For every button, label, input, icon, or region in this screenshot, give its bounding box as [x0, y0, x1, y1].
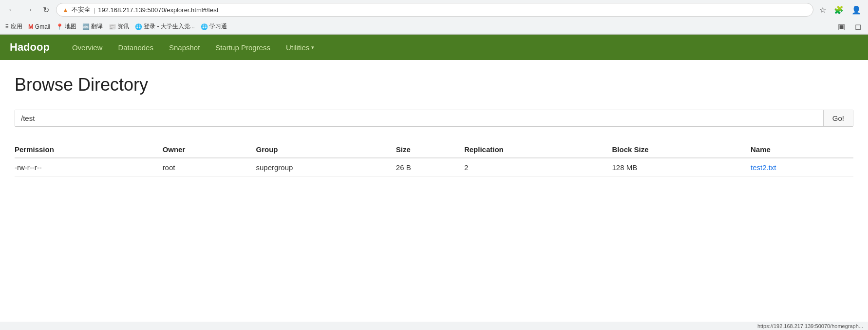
- col-permission: Permission: [15, 141, 163, 158]
- bookmark-maps[interactable]: 📍 地图: [56, 22, 76, 31]
- gmail-icon: M: [28, 23, 34, 30]
- page-title: Browse Directory: [15, 75, 853, 95]
- security-warning-icon: ▲: [62, 6, 69, 14]
- bookmark-login-label: 登录 - 大学生入党...: [144, 22, 195, 31]
- bookmark-translate-label: 翻译: [91, 22, 103, 31]
- bookmark-news[interactable]: 📰 资讯: [109, 22, 129, 31]
- nav-overview[interactable]: Overview: [64, 37, 111, 58]
- table-body: -rw-r--r-- root supergroup 26 B 2 128 MB…: [15, 158, 853, 177]
- cell-replication: 2: [464, 158, 612, 177]
- browser-toolbar: ← → ↻ ▲ 不安全 | 192.168.217.139:50070/expl…: [0, 0, 868, 19]
- refresh-button[interactable]: ↻: [40, 4, 52, 16]
- col-group: Group: [256, 141, 396, 158]
- extensions-button[interactable]: 🧩: [832, 4, 846, 16]
- bookmark-login[interactable]: 🌐 登录 - 大学生入党...: [135, 22, 195, 31]
- col-replication: Replication: [464, 141, 612, 158]
- back-button[interactable]: ←: [5, 4, 19, 15]
- cell-permission: -rw-r--r--: [15, 158, 163, 177]
- news-icon: 📰: [109, 23, 116, 30]
- path-input[interactable]: [15, 110, 823, 126]
- maps-icon: 📍: [56, 23, 63, 30]
- utilities-label: Utilities: [286, 43, 309, 52]
- cell-size: 26 B: [396, 158, 464, 177]
- table-row: -rw-r--r-- root supergroup 26 B 2 128 MB…: [15, 158, 853, 177]
- col-owner: Owner: [163, 141, 256, 158]
- url-text: 192.168.217.139:50070/explorer.html#/tes…: [98, 6, 218, 14]
- go-button[interactable]: Go!: [823, 110, 853, 126]
- utilities-dropdown-icon: ▾: [311, 44, 314, 51]
- window-button[interactable]: ◻: [853, 21, 863, 32]
- address-bar[interactable]: ▲ 不安全 | 192.168.217.139:50070/explorer.h…: [56, 3, 813, 17]
- bookmark-star-button[interactable]: ☆: [817, 4, 828, 16]
- bookmark-study[interactable]: 🌐 学习通: [201, 22, 227, 31]
- globe-icon: 🌐: [135, 23, 142, 30]
- hadoop-brand: Hadoop: [10, 41, 50, 54]
- bookmark-translate[interactable]: 🔤 翻译: [82, 22, 103, 31]
- search-container: Go!: [15, 110, 853, 127]
- bookmark-apps[interactable]: ⠿ 应用: [5, 22, 22, 31]
- col-block-size: Block Size: [612, 141, 751, 158]
- profile-button[interactable]: 👤: [849, 4, 863, 16]
- security-label: 不安全: [72, 5, 91, 14]
- bookmark-news-label: 资讯: [117, 22, 129, 31]
- directory-table: Permission Owner Group Size Replication …: [15, 141, 853, 177]
- translate-icon: 🔤: [82, 23, 90, 30]
- bookmark-gmail-label: Gmail: [35, 23, 50, 30]
- cell-group: supergroup: [256, 158, 396, 177]
- cell-block-size: 128 MB: [612, 158, 751, 177]
- bookmark-maps-label: 地图: [65, 22, 76, 31]
- bookmarks-bar: ⠿ 应用 M Gmail 📍 地图 🔤 翻译 📰 资讯 🌐 登录 - 大学生入党…: [0, 19, 868, 34]
- col-size: Size: [396, 141, 464, 158]
- apps-icon: ⠿: [5, 23, 9, 30]
- nav-startup-progress[interactable]: Startup Progress: [208, 37, 278, 58]
- file-link[interactable]: test2.txt: [751, 163, 776, 172]
- forward-button[interactable]: →: [22, 4, 36, 15]
- cell-name[interactable]: test2.txt: [751, 158, 853, 177]
- sidebar-button[interactable]: ▣: [836, 21, 847, 32]
- study-globe-icon: 🌐: [201, 23, 208, 30]
- nav-utilities[interactable]: Utilities ▾: [278, 37, 322, 58]
- hadoop-nav: Hadoop Overview Datanodes Snapshot Start…: [0, 35, 868, 60]
- col-name: Name: [751, 141, 853, 158]
- bookmark-study-label: 学习通: [209, 22, 227, 31]
- browser-chrome: ← → ↻ ▲ 不安全 | 192.168.217.139:50070/expl…: [0, 0, 868, 35]
- cell-owner: root: [163, 158, 256, 177]
- bookmark-gmail[interactable]: M Gmail: [28, 23, 50, 30]
- table-header-row: Permission Owner Group Size Replication …: [15, 141, 853, 158]
- main-content: Browse Directory Go! Permission Owner Gr…: [0, 60, 868, 192]
- nav-datanodes[interactable]: Datanodes: [110, 37, 161, 58]
- separator: |: [94, 6, 95, 14]
- nav-snapshot[interactable]: Snapshot: [161, 37, 208, 58]
- bookmark-apps-label: 应用: [11, 22, 22, 31]
